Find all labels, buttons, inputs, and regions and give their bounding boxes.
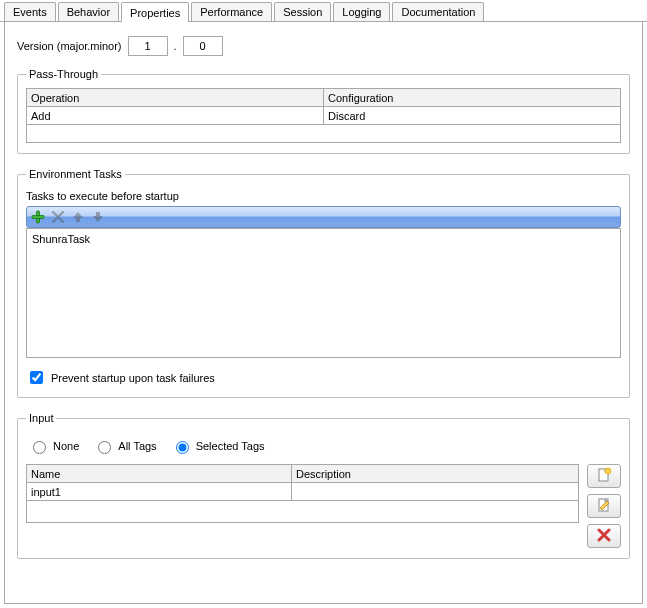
tab-session[interactable]: Session: [274, 2, 331, 21]
table-row[interactable]: Add Discard: [27, 107, 621, 125]
radio-none-input[interactable]: [33, 441, 46, 454]
radio-selected[interactable]: Selected Tags: [171, 438, 265, 454]
version-major-input[interactable]: [128, 36, 168, 56]
radio-none-label: None: [53, 440, 79, 452]
svg-rect-1: [32, 216, 44, 219]
edit-button[interactable]: [587, 494, 621, 518]
tab-label: Performance: [200, 6, 263, 18]
list-item[interactable]: ShunraTask: [32, 233, 615, 245]
tab-strip: Events Behavior Properties Performance S…: [0, 0, 647, 22]
col-operation[interactable]: Operation: [27, 89, 324, 107]
tab-label: Documentation: [401, 6, 475, 18]
tab-documentation[interactable]: Documentation: [392, 2, 484, 21]
tab-label: Properties: [130, 7, 180, 19]
env-tasks-legend: Environment Tasks: [26, 168, 125, 180]
tab-behavior[interactable]: Behavior: [58, 2, 119, 21]
cell-configuration: Discard: [324, 107, 621, 125]
input-legend: Input: [26, 412, 56, 424]
tab-logging[interactable]: Logging: [333, 2, 390, 21]
tab-properties[interactable]: Properties: [121, 2, 189, 22]
new-doc-icon: [596, 467, 612, 485]
radio-all[interactable]: All Tags: [93, 438, 156, 454]
passthrough-legend: Pass-Through: [26, 68, 101, 80]
passthrough-group: Pass-Through Operation Configuration Add…: [17, 68, 630, 154]
cell-name: input1: [27, 483, 292, 501]
input-radio-row: None All Tags Selected Tags: [28, 438, 621, 454]
radio-selected-label: Selected Tags: [196, 440, 265, 452]
tab-label: Behavior: [67, 6, 110, 18]
cell-operation: Add: [27, 107, 324, 125]
arrow-up-icon: [71, 210, 85, 224]
input-group: Input None All Tags Selected Tags Name D…: [17, 412, 630, 559]
new-button[interactable]: [587, 464, 621, 488]
edit-doc-icon: [596, 497, 612, 515]
tab-label: Session: [283, 6, 322, 18]
table-empty-area: [27, 125, 621, 143]
version-dot: .: [174, 40, 177, 52]
properties-pane: Version (major.minor) . Pass-Through Ope…: [4, 22, 643, 604]
passthrough-table: Operation Configuration Add Discard: [26, 88, 621, 143]
table-row[interactable]: input1: [27, 483, 579, 501]
delete-button[interactable]: [587, 524, 621, 548]
env-tasks-group: Environment Tasks Tasks to execute befor…: [17, 168, 630, 398]
x-icon: [51, 210, 65, 224]
input-table: Name Description input1: [26, 464, 579, 523]
radio-selected-input[interactable]: [176, 441, 189, 454]
tab-events[interactable]: Events: [4, 2, 56, 21]
col-name[interactable]: Name: [27, 465, 292, 483]
radio-all-input[interactable]: [98, 441, 111, 454]
input-buttons: [587, 464, 621, 548]
delete-icon: [597, 528, 611, 544]
version-row: Version (major.minor) .: [17, 36, 630, 56]
env-tasks-toolbar: [26, 206, 621, 228]
col-configuration[interactable]: Configuration: [324, 89, 621, 107]
tab-performance[interactable]: Performance: [191, 2, 272, 21]
version-label: Version (major.minor): [17, 40, 122, 52]
cell-description: [291, 483, 578, 501]
plus-icon[interactable]: [31, 210, 45, 224]
env-tasks-subtitle: Tasks to execute before startup: [26, 190, 621, 202]
radio-none[interactable]: None: [28, 438, 79, 454]
version-minor-input[interactable]: [183, 36, 223, 56]
prevent-startup-checkbox[interactable]: [30, 371, 43, 384]
tab-label: Events: [13, 6, 47, 18]
svg-point-3: [605, 468, 611, 474]
table-empty-area: [27, 501, 579, 523]
radio-all-label: All Tags: [118, 440, 156, 452]
tab-label: Logging: [342, 6, 381, 18]
env-tasks-list[interactable]: ShunraTask: [26, 228, 621, 358]
prevent-startup-label: Prevent startup upon task failures: [51, 372, 215, 384]
arrow-down-icon: [91, 210, 105, 224]
col-description[interactable]: Description: [291, 465, 578, 483]
